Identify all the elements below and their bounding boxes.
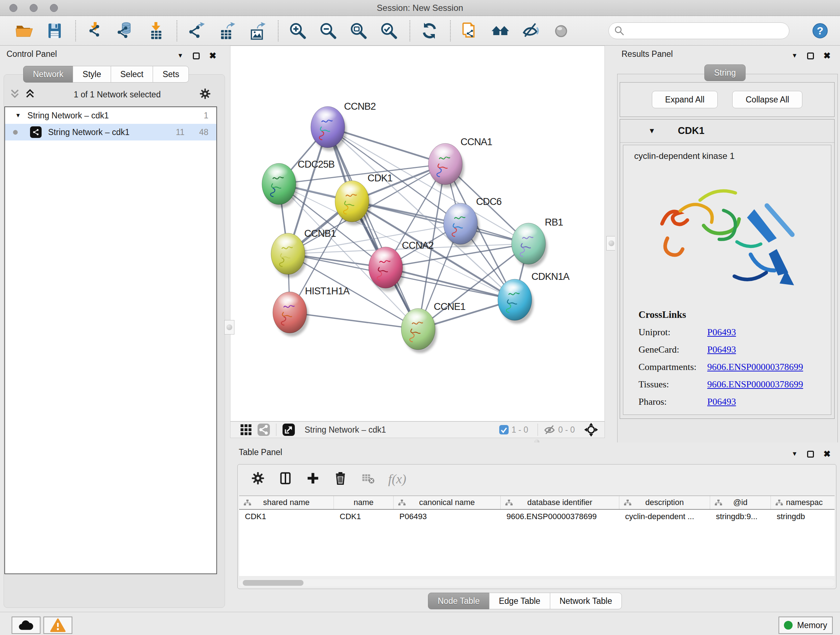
network-node-CDKN1A[interactable]	[498, 279, 534, 324]
collapse-panel-icon[interactable]: ▼	[791, 450, 798, 458]
tab-sets[interactable]: Sets	[153, 66, 189, 82]
import-network-icon[interactable]	[85, 21, 105, 41]
close-panel-icon[interactable]: ✖	[209, 51, 216, 61]
expand-all-button[interactable]: Expand All	[652, 91, 718, 108]
export-network-icon[interactable]	[187, 21, 206, 41]
entry-expander-icon[interactable]: ▼	[648, 127, 655, 135]
main-toolbar: ?	[0, 16, 840, 46]
level-of-detail-icon[interactable]	[551, 21, 571, 41]
tab-network-table[interactable]: Network Table	[550, 593, 622, 609]
collapse-panel-icon[interactable]: ▼	[177, 52, 183, 59]
show-columns-icon[interactable]	[278, 471, 293, 487]
tab-node-table[interactable]: Node Table	[428, 593, 489, 609]
window-title: Session: New Session	[0, 3, 840, 13]
memory-button[interactable]: Memory	[778, 616, 833, 634]
crosslink-row: GeneCard: P06493	[638, 344, 831, 355]
crosslink-label: GeneCard:	[638, 344, 707, 355]
warning-button[interactable]	[43, 616, 73, 634]
network-options-gear-icon[interactable]	[199, 88, 211, 101]
import-table-icon[interactable]	[146, 21, 166, 41]
table-header-row[interactable]: shared namenamecanonical namedatabase id…	[239, 496, 835, 510]
apply-preferred-layout-icon[interactable]	[420, 21, 439, 41]
open-in-new-window-icon[interactable]	[282, 423, 295, 436]
network-row[interactable]: String Network – cdk1 11 48	[5, 124, 216, 141]
tab-string[interactable]: String	[704, 65, 745, 81]
save-session-icon[interactable]	[45, 21, 65, 41]
export-image-icon[interactable]	[248, 21, 267, 41]
close-panel-icon[interactable]: ✖	[823, 51, 831, 61]
tab-edge-table[interactable]: Edge Table	[489, 593, 550, 609]
clone-network-icon[interactable]	[460, 21, 480, 41]
network-node-RB1[interactable]	[512, 223, 547, 268]
network-node-CDC6[interactable]	[444, 203, 479, 248]
cloud-button[interactable]	[11, 616, 41, 634]
svg-text:HIST1H1A: HIST1H1A	[305, 286, 349, 296]
close-panel-icon[interactable]: ✖	[823, 449, 831, 459]
search-input[interactable]	[608, 22, 789, 39]
delete-table-icon[interactable]	[361, 471, 375, 487]
float-panel-icon[interactable]	[807, 451, 814, 458]
column-header-name[interactable]: name	[334, 496, 393, 509]
crosslink-link[interactable]: 9606.ENSP00000378699	[707, 379, 803, 390]
collapse-all-networks-icon[interactable]	[9, 88, 20, 101]
network-node-CCNA1[interactable]	[428, 143, 464, 188]
splitter-handle[interactable]	[224, 320, 234, 334]
float-panel-icon[interactable]	[193, 52, 200, 59]
tab-select[interactable]: Select	[111, 66, 153, 82]
svg-text:CDC6: CDC6	[476, 196, 501, 207]
crosslink-link[interactable]: P06493	[707, 327, 736, 338]
scrollbar-thumb[interactable]	[243, 580, 303, 586]
network-node-CDK1[interactable]	[335, 181, 371, 225]
zoom-in-icon[interactable]	[288, 21, 308, 41]
selected-checkbox-icon[interactable]	[499, 425, 508, 434]
column-header-canonical-name[interactable]: canonical name	[393, 496, 501, 509]
network-view-canvas[interactable]: CCNB2CCNA1CDC25BCDK1CDC6RB1CCNB1CCNA2CDK…	[230, 46, 605, 421]
table-tabs: Node TableEdge TableNetwork Table	[428, 593, 622, 609]
network-node-HIST1H1A[interactable]	[273, 292, 309, 336]
table-row[interactable]: CDK1CDK1P064939606.ENSP00000378699cyclin…	[239, 510, 835, 524]
help-button[interactable]: ?	[810, 21, 830, 41]
column-header-@id[interactable]: @id	[710, 496, 771, 509]
crosslink-link[interactable]: P06493	[707, 344, 736, 355]
zoom-out-icon[interactable]	[318, 21, 338, 41]
memory-label: Memory	[797, 621, 827, 630]
add-column-icon[interactable]	[306, 471, 320, 487]
birdseye-view-icon[interactable]	[584, 423, 598, 437]
tab-style[interactable]: Style	[73, 66, 111, 82]
network-collection-row[interactable]: ▼ String Network – cdk1 1	[5, 107, 216, 124]
zoom-selected-icon[interactable]	[379, 21, 399, 41]
crosslink-link[interactable]: 9606.ENSP00000378699	[707, 362, 803, 372]
hidden-eye-slash-icon[interactable]	[544, 424, 555, 435]
network-node-CDC25B[interactable]	[262, 163, 298, 208]
network-node-CCNB1[interactable]	[271, 233, 307, 278]
float-panel-icon[interactable]	[807, 52, 814, 59]
zoom-fit-icon[interactable]	[349, 21, 368, 41]
column-header-description[interactable]: description	[619, 496, 710, 509]
search-field[interactable]	[608, 22, 789, 39]
open-session-icon[interactable]	[14, 21, 34, 41]
expand-all-networks-icon[interactable]	[25, 88, 35, 101]
crosslink-link[interactable]: P06493	[707, 396, 736, 407]
column-header-database-identifier[interactable]: database identifier	[501, 496, 619, 509]
selected-counts: 1 - 0	[512, 425, 528, 435]
column-header-shared-name[interactable]: shared name	[239, 496, 334, 509]
network-node-CCNE1[interactable]	[401, 309, 437, 353]
network-node-CCNB2[interactable]	[311, 106, 347, 151]
network-badge-icon[interactable]	[257, 423, 270, 436]
import-database-icon[interactable]	[116, 21, 135, 41]
delete-column-icon[interactable]	[333, 471, 347, 487]
tree-expander-icon[interactable]: ▼	[15, 112, 21, 119]
hide-graphics-details-icon[interactable]	[521, 21, 540, 41]
column-header-namespac[interactable]: namespac	[771, 496, 835, 509]
grid-view-icon[interactable]	[240, 424, 252, 436]
horizontal-scrollbar[interactable]	[239, 579, 835, 586]
export-table-icon[interactable]	[217, 21, 237, 41]
tab-network[interactable]: Network	[23, 66, 73, 82]
network-overview-icon[interactable]	[491, 21, 510, 41]
protein-entry-header[interactable]: ▼ CDK1	[620, 119, 834, 143]
table-gear-icon[interactable]	[251, 471, 265, 487]
collapse-panel-icon[interactable]: ▼	[791, 52, 798, 59]
control-panel-title: Control Panel	[6, 49, 57, 64]
network-node-CCNA2[interactable]	[369, 247, 404, 291]
collapse-all-button[interactable]: Collapse All	[732, 91, 802, 108]
